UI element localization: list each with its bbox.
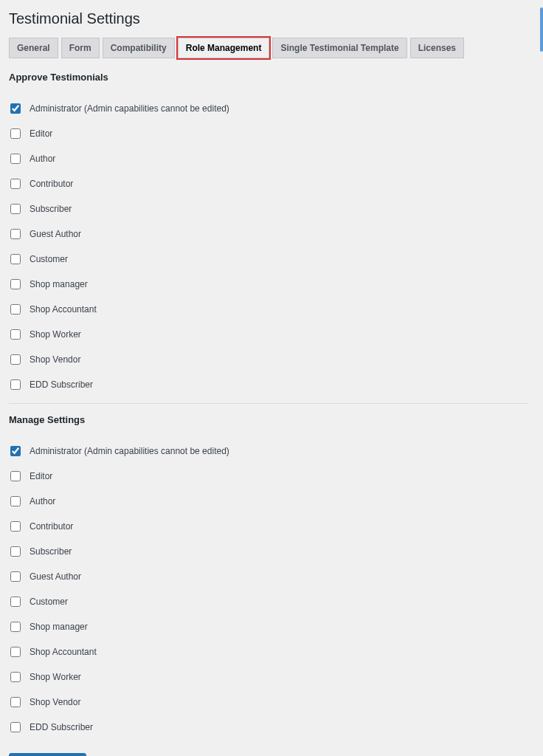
- role-row: Administrator (Admin capabilities cannot…: [9, 96, 528, 121]
- role-checkbox-author[interactable]: [10, 496, 21, 506]
- role-row: Contributor: [9, 171, 528, 196]
- role-row: Shop Worker: [9, 322, 528, 347]
- role-label[interactable]: Shop Accountant: [30, 647, 97, 657]
- role-checkbox-customer[interactable]: [10, 597, 21, 607]
- role-label[interactable]: Administrator (Admin capabilities cannot…: [30, 103, 229, 114]
- role-row: Guest Author: [9, 221, 528, 247]
- role-checkbox-customer[interactable]: [10, 254, 21, 264]
- role-label[interactable]: Shop Accountant: [30, 304, 97, 315]
- role-row: EDD Subscriber: [9, 715, 528, 740]
- role-row: Subscriber: [9, 539, 528, 564]
- role-checkbox-shop-worker[interactable]: [10, 329, 21, 340]
- tab-single-testimonial-template[interactable]: Single Testimonial Template: [272, 38, 407, 58]
- role-checkbox-shop-worker[interactable]: [10, 672, 21, 682]
- role-label[interactable]: Contributor: [30, 179, 73, 189]
- tab-general[interactable]: General: [9, 38, 58, 58]
- role-label[interactable]: Editor: [30, 471, 52, 481]
- role-label[interactable]: Author: [30, 496, 55, 506]
- role-row: Shop manager: [9, 614, 528, 639]
- role-checkbox-shop-manager[interactable]: [10, 622, 21, 632]
- section-title: Approve Testimonials: [9, 72, 528, 83]
- role-label[interactable]: EDD Subscriber: [30, 722, 93, 732]
- role-row: Administrator (Admin capabilities cannot…: [9, 439, 528, 464]
- role-row: Customer: [9, 589, 528, 614]
- role-label[interactable]: Subscriber: [30, 546, 72, 557]
- role-label[interactable]: Customer: [30, 597, 68, 607]
- role-row: Contributor: [9, 514, 528, 539]
- role-checkbox-edd-subscriber[interactable]: [10, 722, 21, 732]
- role-row: Shop Accountant: [9, 297, 528, 322]
- role-row: Shop Vendor: [9, 347, 528, 372]
- role-checkbox-guest-author[interactable]: [10, 571, 21, 582]
- role-checkbox-edd-subscriber[interactable]: [10, 379, 21, 390]
- role-row: Shop Accountant: [9, 639, 528, 664]
- role-row: Shop manager: [9, 272, 528, 297]
- section-title: Manage Settings: [9, 414, 528, 425]
- role-checkbox-shop-vendor[interactable]: [10, 354, 21, 365]
- role-checkbox-contributor[interactable]: [10, 179, 21, 189]
- role-checkbox-shop-accountant[interactable]: [10, 304, 21, 315]
- page-title: Testimonial Settings: [9, 10, 528, 27]
- role-checkbox-editor[interactable]: [10, 471, 21, 481]
- save-changes-button[interactable]: Save Changes: [9, 753, 86, 756]
- role-row: Editor: [9, 121, 528, 146]
- tab-form[interactable]: Form: [61, 38, 100, 58]
- role-label[interactable]: Administrator (Admin capabilities cannot…: [30, 446, 229, 456]
- role-checkbox-shop-manager[interactable]: [10, 279, 21, 289]
- role-label[interactable]: Customer: [30, 254, 68, 264]
- section-manage-settings: Manage Settings Administrator (Admin cap…: [9, 414, 528, 740]
- role-checkbox-administrator[interactable]: [10, 446, 21, 456]
- role-row: Guest Author: [9, 564, 528, 589]
- role-row: Author: [9, 489, 528, 514]
- role-row: Shop Vendor: [9, 690, 528, 715]
- role-checkbox-author[interactable]: [10, 154, 21, 164]
- role-checkbox-subscriber[interactable]: [10, 204, 21, 214]
- role-label[interactable]: Shop Vendor: [30, 697, 80, 707]
- section-approve-testimonials: Approve Testimonials Administrator (Admi…: [9, 72, 528, 397]
- role-checkbox-contributor[interactable]: [10, 521, 21, 532]
- role-checkbox-shop-accountant[interactable]: [10, 647, 21, 657]
- role-row: Shop Worker: [9, 664, 528, 690]
- scrollbar-thumb[interactable]: [540, 7, 543, 52]
- role-row: Editor: [9, 464, 528, 489]
- role-label[interactable]: Contributor: [30, 521, 73, 532]
- role-label[interactable]: Editor: [30, 128, 52, 139]
- role-label[interactable]: Shop Worker: [30, 329, 81, 340]
- role-label[interactable]: Shop Worker: [30, 672, 81, 682]
- role-label[interactable]: Guest Author: [30, 229, 81, 239]
- role-checkbox-administrator[interactable]: [10, 103, 21, 114]
- tab-nav: General Form Compatibility Role Manageme…: [9, 38, 528, 58]
- role-checkbox-guest-author[interactable]: [10, 229, 21, 239]
- tab-licenses[interactable]: Licenses: [410, 38, 464, 58]
- role-row: Author: [9, 146, 528, 171]
- role-checkbox-editor[interactable]: [10, 128, 21, 139]
- settings-wrap: Testimonial Settings General Form Compat…: [0, 0, 543, 756]
- role-label[interactable]: Shop manager: [30, 279, 88, 289]
- role-checkbox-shop-vendor[interactable]: [10, 697, 21, 707]
- role-label[interactable]: Shop manager: [30, 622, 88, 632]
- role-label[interactable]: Shop Vendor: [30, 354, 80, 365]
- role-checkbox-subscriber[interactable]: [10, 546, 21, 557]
- tab-role-management[interactable]: Role Management: [178, 38, 270, 58]
- role-row: Subscriber: [9, 196, 528, 221]
- section-divider: [9, 403, 528, 404]
- tab-compatibility[interactable]: Compatibility: [103, 38, 175, 58]
- role-label[interactable]: EDD Subscriber: [30, 379, 93, 390]
- role-label[interactable]: Guest Author: [30, 571, 81, 582]
- role-row: EDD Subscriber: [9, 372, 528, 397]
- role-row: Customer: [9, 247, 528, 272]
- role-label[interactable]: Author: [30, 154, 55, 164]
- role-label[interactable]: Subscriber: [30, 204, 72, 214]
